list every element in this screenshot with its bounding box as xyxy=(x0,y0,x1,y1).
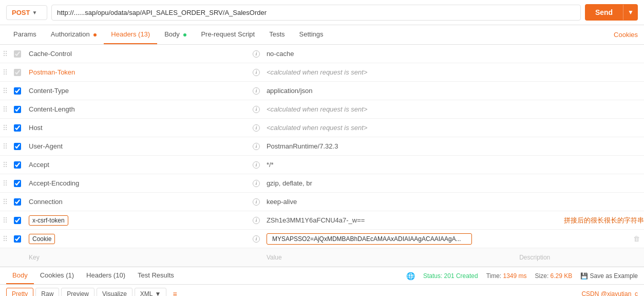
value-accept-encoding: gzip, deflate, br xyxy=(262,176,644,190)
send-button[interactable]: Send ▼ xyxy=(585,4,638,21)
method-select[interactable]: POST ▼ xyxy=(6,5,47,20)
tab-body[interactable]: Body xyxy=(157,25,194,44)
value-connection: keep-alive xyxy=(262,195,644,209)
tab-test-results[interactable]: Test Results xyxy=(131,267,180,284)
key-cache-control: Cache-Control xyxy=(25,47,250,61)
drag-handle[interactable]: ⠿ xyxy=(0,105,10,114)
globe-icon: 🌐 xyxy=(406,272,415,280)
tab-headers-response[interactable]: Headers (10) xyxy=(80,267,131,284)
value-content-type: application/json xyxy=(262,84,644,98)
check-content-length[interactable] xyxy=(10,106,25,113)
header-row-accept-encoding: ⠿ Accept-Encoding i gzip, deflate, br xyxy=(0,174,644,193)
drag-handle[interactable]: ⠿ xyxy=(0,216,10,225)
info-host: i xyxy=(250,124,262,132)
bottom-bar: Body Cookies (1) Headers (10) Test Resul… xyxy=(0,267,644,296)
url-input[interactable] xyxy=(51,5,581,21)
response-meta: 🌐 Status: 201 Created Time: 1349 ms Size… xyxy=(406,272,638,280)
url-bar: POST ▼ Send ▼ xyxy=(0,0,644,25)
check-cookie[interactable] xyxy=(10,235,25,243)
response-time: Time: 1349 ms xyxy=(486,272,527,280)
info-content-length: i xyxy=(250,105,262,113)
key-csrf-token: x-csrf-token xyxy=(25,213,250,227)
col-header-key: Key xyxy=(25,251,250,264)
info-postman-token: i xyxy=(250,68,262,76)
value-accept: */* xyxy=(262,158,644,172)
save-icon: 💾 xyxy=(580,272,588,280)
send-arrow-icon[interactable]: ▼ xyxy=(623,5,638,20)
format-preview[interactable]: Preview xyxy=(61,288,94,296)
check-postman-token[interactable] xyxy=(10,69,25,76)
col-header-description: Description xyxy=(515,251,644,264)
drag-handle[interactable]: ⠿ xyxy=(0,161,10,169)
table-footer-row: Key Value Description xyxy=(0,248,644,267)
method-label: POST xyxy=(12,9,30,16)
cookies-link[interactable]: Cookies xyxy=(614,26,638,44)
format-type-select[interactable]: XML ▼ xyxy=(135,288,167,296)
check-host[interactable] xyxy=(10,124,25,132)
check-accept-encoding[interactable] xyxy=(10,180,25,187)
check-user-agent[interactable] xyxy=(10,143,25,150)
format-chevron-icon: ▼ xyxy=(155,290,161,296)
header-row-content-type: ⠿ Content-Type i application/json xyxy=(0,82,644,100)
tab-settings[interactable]: Settings xyxy=(292,25,331,44)
header-row-csrf-token: ⠿ x-csrf-token i ZSh1e3MM1Y6aFCNU4a7-_w=… xyxy=(0,211,644,230)
tab-cookies-response[interactable]: Cookies (1) xyxy=(34,267,80,284)
drag-handle[interactable]: ⠿ xyxy=(0,87,10,95)
request-tabs: Params Authorization Headers (13) Body P… xyxy=(0,25,644,45)
format-raw[interactable]: Raw xyxy=(35,288,59,296)
value-cache-control: no-cache xyxy=(262,47,644,61)
key-connection: Connection xyxy=(25,195,250,209)
value-host: <calculated when request is sent> xyxy=(262,121,644,135)
header-row-cookie: ⠿ Cookie i MYSAPSSO2=AjQxMDMBABhDAEcAMAA… xyxy=(0,230,644,248)
value-postman-token: <calculated when request is sent> xyxy=(262,65,644,79)
delete-cookie-icon[interactable]: 🗑 xyxy=(629,235,644,243)
value-user-agent: PostmanRuntime/7.32.3 xyxy=(262,139,644,153)
drag-handle[interactable]: ⠿ xyxy=(0,235,10,243)
drag-handle[interactable]: ⠿ xyxy=(0,68,10,77)
method-chevron-icon: ▼ xyxy=(32,10,37,15)
tab-authorization[interactable]: Authorization xyxy=(44,25,104,44)
drag-handle[interactable]: ⠿ xyxy=(0,142,10,151)
check-cache-control[interactable] xyxy=(10,50,25,58)
response-tabs: Body Cookies (1) Headers (10) Test Resul… xyxy=(0,267,644,285)
drag-handle[interactable]: ⠿ xyxy=(0,198,10,206)
col-header-value: Value xyxy=(262,251,515,264)
value-content-length: <calculated when request is sent> xyxy=(262,102,644,116)
key-host: Host xyxy=(25,121,250,135)
wrap-lines-icon[interactable]: ≡ xyxy=(173,290,177,296)
info-accept-encoding: i xyxy=(250,179,262,187)
response-size: Size: 6.29 KB xyxy=(535,272,573,280)
tab-params[interactable]: Params xyxy=(6,25,44,44)
save-example-button[interactable]: 💾 Save as Example xyxy=(580,272,638,280)
check-csrf-token[interactable] xyxy=(10,217,25,224)
send-label: Send xyxy=(585,4,623,21)
key-accept: Accept xyxy=(25,158,250,172)
authorization-dot xyxy=(93,33,97,36)
check-connection[interactable] xyxy=(10,198,25,206)
response-status: Status: 201 Created xyxy=(423,272,478,280)
key-postman-token: Postman-Token xyxy=(25,65,250,79)
brand-label: CSDN @xiayutian_c xyxy=(581,290,638,296)
key-cookie: Cookie xyxy=(25,232,250,246)
tab-body-response[interactable]: Body xyxy=(6,267,34,284)
format-visualize[interactable]: Visualize xyxy=(97,288,132,296)
drag-handle[interactable]: ⠿ xyxy=(0,179,10,188)
drag-handle[interactable]: ⠿ xyxy=(0,50,10,58)
header-row-cache-control: ⠿ Cache-Control i no-cache xyxy=(0,45,644,63)
csrf-annotation: 拼接后的很长很长的字符串 xyxy=(564,216,644,225)
check-content-type[interactable] xyxy=(10,87,25,95)
tab-headers[interactable]: Headers (13) xyxy=(104,25,157,44)
info-content-type: i xyxy=(250,87,262,95)
value-csrf-token: ZSh1e3MM1Y6aFCNU4a7-_w== xyxy=(262,213,554,227)
format-bar: Pretty Raw Preview Visualize XML ▼ ≡ CSD… xyxy=(0,285,644,296)
tab-prerequest[interactable]: Pre-request Script xyxy=(194,25,262,44)
header-row-user-agent: ⠿ User-Agent i PostmanRuntime/7.32.3 xyxy=(0,137,644,156)
value-cookie: MYSAPSSO2=AjQxMDMBABhDAEcAMAAxADIAIAAgAC… xyxy=(262,230,629,248)
format-pretty[interactable]: Pretty xyxy=(6,288,33,296)
info-cookie: i xyxy=(250,235,262,243)
body-dot xyxy=(183,33,186,36)
drag-handle[interactable]: ⠿ xyxy=(0,124,10,132)
header-row-host: ⠿ Host i <calculated when request is sen… xyxy=(0,119,644,137)
tab-tests[interactable]: Tests xyxy=(262,25,292,44)
check-accept[interactable] xyxy=(10,161,25,169)
